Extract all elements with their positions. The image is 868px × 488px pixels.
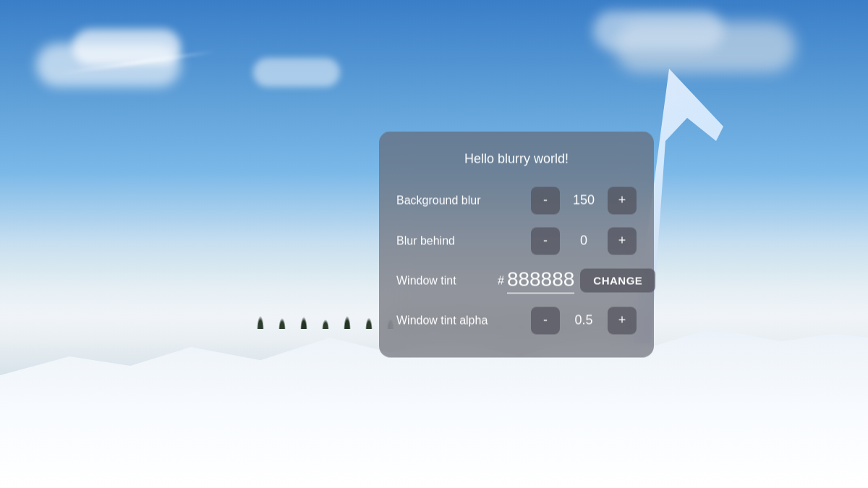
tint-color-value: 888888	[507, 267, 574, 294]
background-blur-value: 150	[566, 193, 602, 208]
window-tint-change-button[interactable]: CHANGE	[580, 269, 655, 293]
dialog-title: Hello blurry world!	[396, 151, 637, 166]
blur-behind-plus-button[interactable]: +	[608, 227, 637, 254]
background-blur-minus-button[interactable]: -	[531, 187, 560, 214]
window-tint-row: Window tint # 888888 CHANGE	[396, 267, 637, 294]
window-tint-alpha-row: Window tint alpha - 0.5 +	[396, 307, 637, 334]
window-tint-alpha-minus-button[interactable]: -	[531, 307, 560, 334]
window-tint-alpha-label: Window tint alpha	[396, 314, 531, 327]
settings-dialog: Hello blurry world! Background blur - 15…	[379, 131, 654, 357]
tint-display: # 888888	[498, 267, 574, 294]
cloud-4	[593, 11, 723, 51]
background-blur-row: Background blur - 150 +	[396, 187, 637, 214]
blur-behind-row: Blur behind - 0 +	[396, 227, 637, 254]
window-tint-label: Window tint	[396, 274, 498, 287]
background-blur-label: Background blur	[396, 194, 531, 207]
background-blur-controls: - 150 +	[531, 187, 637, 214]
window-tint-alpha-controls: - 0.5 +	[531, 307, 637, 334]
cloud-5	[253, 58, 340, 87]
blur-behind-label: Blur behind	[396, 234, 531, 247]
tint-hash: #	[498, 274, 504, 287]
window-tint-controls: # 888888 CHANGE	[498, 267, 655, 294]
blur-behind-value: 0	[566, 234, 602, 249]
background-blur-plus-button[interactable]: +	[608, 187, 637, 214]
blur-behind-minus-button[interactable]: -	[531, 227, 560, 254]
window-tint-alpha-plus-button[interactable]: +	[608, 307, 637, 334]
window-tint-alpha-value: 0.5	[566, 313, 602, 328]
blur-behind-controls: - 0 +	[531, 227, 637, 254]
